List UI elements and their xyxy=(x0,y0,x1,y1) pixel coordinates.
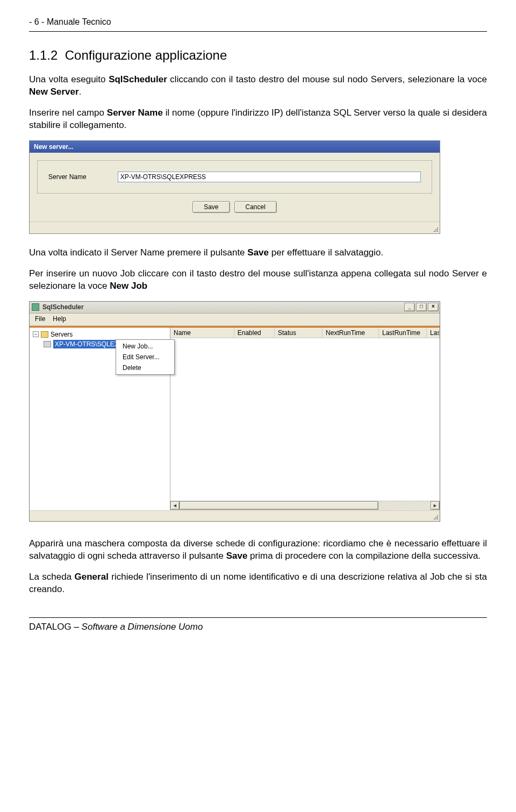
menu-help[interactable]: Help xyxy=(53,315,66,323)
column-header[interactable]: LastRunTime xyxy=(379,327,427,338)
save-button[interactable]: Save xyxy=(192,201,230,213)
section-number: 1.1.2 xyxy=(29,48,58,62)
ctx-new-job[interactable]: New Job... xyxy=(116,341,174,352)
scroll-thumb[interactable] xyxy=(180,501,378,510)
paragraph-6: La scheda General richiede l'inserimento… xyxy=(29,571,487,596)
ctx-edit-server[interactable]: Edit Server... xyxy=(116,352,174,362)
tree-root[interactable]: − Servers xyxy=(31,330,169,339)
paragraph-1: Una volta eseguito SqlScheduler cliccand… xyxy=(29,74,487,98)
scroll-track[interactable] xyxy=(180,501,431,510)
list-header: NameEnabledStatusNextRunTimeLastRunTimeL… xyxy=(170,327,440,338)
paragraph-2: Inserire nel campo Server Name il nome (… xyxy=(29,107,487,132)
column-header[interactable]: NextRunTime xyxy=(322,327,379,338)
dialog-title: New server... xyxy=(30,141,440,153)
paragraph-3: Una volta indicato il Server Name premer… xyxy=(29,247,487,259)
maximize-button[interactable]: □ xyxy=(416,303,427,311)
server-name-input[interactable] xyxy=(118,172,421,182)
window-statusbar xyxy=(30,510,440,521)
scroll-right-button[interactable]: ► xyxy=(431,501,440,510)
resize-grip-icon[interactable] xyxy=(431,512,439,520)
page-header: - 6 - Manuale Tecnico xyxy=(29,16,487,28)
paragraph-4: Per inserire un nuovo Job cliccare con i… xyxy=(29,268,487,293)
close-button[interactable]: × xyxy=(428,303,439,311)
dialog-statusbar xyxy=(30,222,440,233)
tree-collapse-icon[interactable]: − xyxy=(33,331,39,337)
list-body xyxy=(170,338,440,501)
context-menu: New Job... Edit Server... Delete xyxy=(116,339,175,375)
ctx-delete[interactable]: Delete xyxy=(116,362,174,373)
section-heading: 1.1.2 Configurazione applicazione xyxy=(29,47,487,64)
menu-bar: File Help xyxy=(30,314,440,326)
page-footer: DATALOG – Software a Dimensione Uomo xyxy=(29,621,487,633)
window-titlebar: SqlScheduler _ □ × xyxy=(30,302,440,314)
column-header[interactable]: Enabled xyxy=(234,327,275,338)
minimize-button[interactable]: _ xyxy=(404,303,415,311)
app-icon xyxy=(32,303,39,311)
new-server-dialog: New server... Server Name Save Cancel xyxy=(29,140,440,234)
section-title-text: Configurazione applicazione xyxy=(65,48,227,62)
header-rule xyxy=(29,31,487,32)
menu-file[interactable]: File xyxy=(35,315,45,323)
column-header[interactable]: Las xyxy=(427,327,440,338)
scroll-left-button[interactable]: ◄ xyxy=(170,501,180,510)
list-pane: NameEnabledStatusNextRunTimeLastRunTimeL… xyxy=(170,327,440,510)
sqlscheduler-window: SqlScheduler _ □ × File Help − Servers xyxy=(29,301,440,522)
field-group: Server Name xyxy=(37,160,432,194)
paragraph-5: Apparirà una maschera composta da divers… xyxy=(29,538,487,562)
server-name-label: Server Name xyxy=(48,173,87,181)
column-header[interactable]: Status xyxy=(275,327,322,338)
horizontal-scrollbar: ◄ ► xyxy=(170,501,440,510)
tree-root-label: Servers xyxy=(51,330,73,339)
window-title: SqlScheduler xyxy=(42,303,404,311)
footer-rule xyxy=(29,617,487,618)
servers-folder-icon xyxy=(41,331,48,338)
resize-grip-icon[interactable] xyxy=(431,225,439,232)
tree-pane: − Servers XP-VM-OTRS\SQLEXPRESS New Job.… xyxy=(30,327,170,510)
cancel-button[interactable]: Cancel xyxy=(234,201,277,213)
column-header[interactable]: Name xyxy=(170,327,234,338)
server-icon xyxy=(44,341,51,347)
